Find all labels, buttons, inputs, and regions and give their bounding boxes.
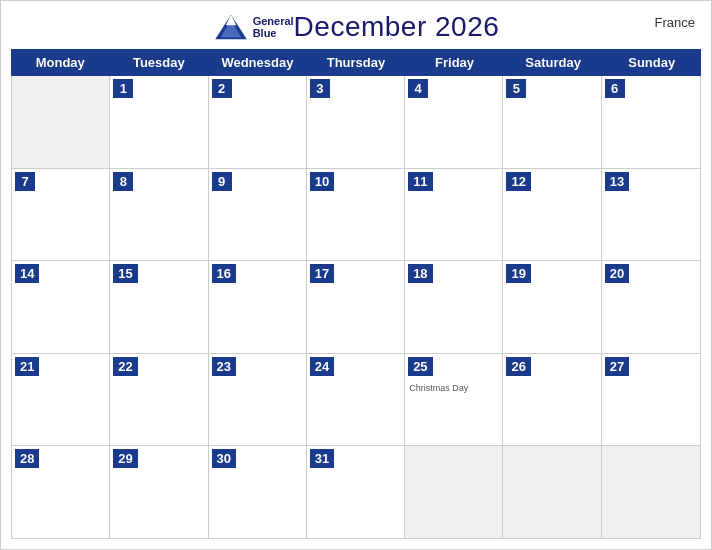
- day-number: 4: [408, 79, 428, 98]
- day-number: 2: [212, 79, 232, 98]
- calendar-header: General Blue December 2026 France: [1, 1, 711, 49]
- day-cell: 24: [307, 354, 405, 446]
- logo-general: General: [253, 15, 294, 27]
- day-number: 28: [15, 449, 39, 468]
- day-cell: 1: [110, 76, 208, 168]
- day-number: 1: [113, 79, 133, 98]
- day-number: 25: [408, 357, 432, 376]
- week-row-0: 123456: [12, 76, 700, 169]
- day-cell: [405, 446, 503, 538]
- day-cell: 26: [503, 354, 601, 446]
- day-header-thursday: Thursday: [307, 49, 406, 76]
- day-number: 14: [15, 264, 39, 283]
- day-cell: 22: [110, 354, 208, 446]
- day-cell: 31: [307, 446, 405, 538]
- day-cell: 30: [209, 446, 307, 538]
- calendar-title: December 2026: [294, 11, 500, 43]
- day-number: 20: [605, 264, 629, 283]
- day-number: 24: [310, 357, 334, 376]
- day-cell: 7: [12, 169, 110, 261]
- day-number: 23: [212, 357, 236, 376]
- day-headers-row: MondayTuesdayWednesdayThursdayFridaySatu…: [11, 49, 701, 76]
- day-number: 9: [212, 172, 232, 191]
- day-cell: 4: [405, 76, 503, 168]
- day-number: 30: [212, 449, 236, 468]
- day-cell: 3: [307, 76, 405, 168]
- day-header-sunday: Sunday: [602, 49, 701, 76]
- day-cell: 6: [602, 76, 700, 168]
- calendar-grid: MondayTuesdayWednesdayThursdayFridaySatu…: [1, 49, 711, 549]
- day-number: 10: [310, 172, 334, 191]
- day-number: 5: [506, 79, 526, 98]
- day-number: 16: [212, 264, 236, 283]
- day-number: 19: [506, 264, 530, 283]
- day-number: 13: [605, 172, 629, 191]
- day-number: 22: [113, 357, 137, 376]
- day-number: 11: [408, 172, 432, 191]
- weeks-container: 1234567891011121314151617181920212223242…: [11, 76, 701, 539]
- day-number: 15: [113, 264, 137, 283]
- day-number: 12: [506, 172, 530, 191]
- general-blue-icon: [213, 13, 249, 41]
- day-cell: 21: [12, 354, 110, 446]
- week-row-3: 2122232425Christmas Day2627: [12, 354, 700, 447]
- day-number: 7: [15, 172, 35, 191]
- day-cell: 23: [209, 354, 307, 446]
- day-header-wednesday: Wednesday: [208, 49, 307, 76]
- day-cell: 9: [209, 169, 307, 261]
- day-cell: 14: [12, 261, 110, 353]
- day-cell: 17: [307, 261, 405, 353]
- day-cell: [503, 446, 601, 538]
- day-cell: [12, 76, 110, 168]
- day-cell: 16: [209, 261, 307, 353]
- week-row-4: 28293031: [12, 446, 700, 538]
- day-cell: 25Christmas Day: [405, 354, 503, 446]
- day-cell: 10: [307, 169, 405, 261]
- day-number: 29: [113, 449, 137, 468]
- day-number: 26: [506, 357, 530, 376]
- day-cell: 13: [602, 169, 700, 261]
- calendar-page: General Blue December 2026 France Monday…: [0, 0, 712, 550]
- day-header-tuesday: Tuesday: [110, 49, 209, 76]
- week-row-2: 14151617181920: [12, 261, 700, 354]
- day-header-monday: Monday: [11, 49, 110, 76]
- svg-marker-2: [225, 15, 236, 26]
- day-number: 27: [605, 357, 629, 376]
- holiday-label: Christmas Day: [405, 381, 502, 395]
- day-cell: 15: [110, 261, 208, 353]
- day-cell: 5: [503, 76, 601, 168]
- day-number: 21: [15, 357, 39, 376]
- day-cell: 11: [405, 169, 503, 261]
- day-cell: [602, 446, 700, 538]
- day-cell: 19: [503, 261, 601, 353]
- day-number: 31: [310, 449, 334, 468]
- day-number: 8: [113, 172, 133, 191]
- day-number: 3: [310, 79, 330, 98]
- day-cell: 8: [110, 169, 208, 261]
- week-row-1: 78910111213: [12, 169, 700, 262]
- day-cell: 27: [602, 354, 700, 446]
- day-cell: 2: [209, 76, 307, 168]
- day-number: 18: [408, 264, 432, 283]
- day-number: 17: [310, 264, 334, 283]
- logo-blue: Blue: [253, 27, 294, 39]
- day-cell: 28: [12, 446, 110, 538]
- day-cell: 18: [405, 261, 503, 353]
- day-cell: 12: [503, 169, 601, 261]
- country-label: France: [655, 15, 695, 30]
- logo[interactable]: General Blue: [213, 13, 294, 41]
- day-header-saturday: Saturday: [504, 49, 603, 76]
- day-cell: 20: [602, 261, 700, 353]
- day-header-friday: Friday: [405, 49, 504, 76]
- day-number: 6: [605, 79, 625, 98]
- day-cell: 29: [110, 446, 208, 538]
- logo-text: General Blue: [253, 15, 294, 39]
